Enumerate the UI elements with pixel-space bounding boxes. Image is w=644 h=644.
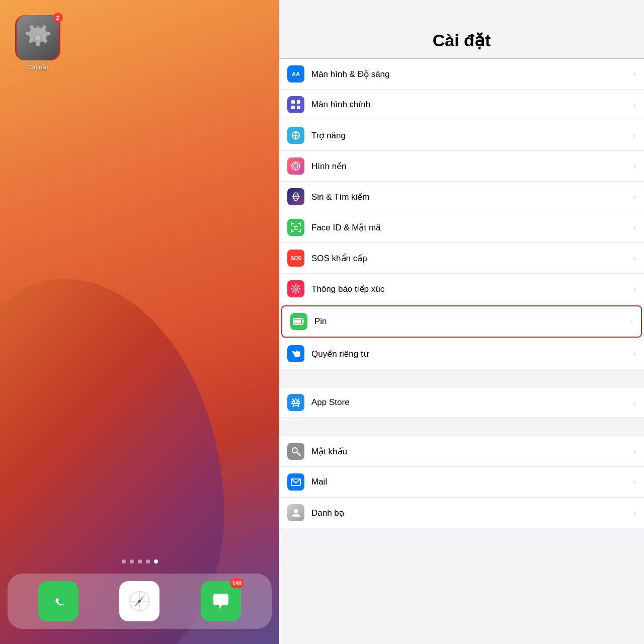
svg-rect-15 — [291, 106, 295, 109]
page-dots — [0, 559, 279, 574]
home-screen-row[interactable]: Màn hình chính › — [279, 90, 644, 120]
passwords-row[interactable]: Mật khẩu › — [279, 436, 644, 467]
accessibility-icon — [287, 127, 304, 144]
svg-rect-16 — [297, 106, 300, 109]
wallpaper-label: Hình nền — [311, 161, 629, 172]
svg-point-45 — [299, 288, 301, 290]
svg-point-46 — [292, 285, 294, 287]
messages-badge: 140 — [230, 578, 244, 588]
settings-app-icon-wrapper[interactable]: 2 Cài đặt — [10, 15, 65, 71]
faceid-icon — [287, 219, 304, 236]
settings-app-icon[interactable]: 2 — [15, 15, 60, 60]
svg-rect-3 — [46, 589, 71, 614]
svg-point-37 — [294, 226, 295, 227]
settings-gear-svg — [23, 23, 53, 53]
exposure-chevron: › — [633, 285, 636, 293]
sos-label: SOS khẩn cấp — [311, 253, 629, 264]
settings-group-3: Mật khẩu › Mail › — [279, 436, 644, 528]
privacy-row[interactable]: Quyền riêng tư › — [279, 339, 644, 369]
appstore-row[interactable]: App Store › — [279, 387, 644, 418]
wallpaper-chevron: › — [633, 162, 636, 170]
svg-point-41 — [295, 288, 297, 290]
sos-chevron: › — [633, 254, 636, 262]
siri-chevron: › — [633, 193, 636, 201]
accessibility-svg — [290, 130, 301, 141]
settings-group-1: AA Màn hình & Độ sáng › Màn hình chính › — [279, 58, 644, 369]
exposure-icon — [287, 280, 304, 297]
settings-title: Cài đặt — [289, 30, 634, 50]
contacts-icon — [287, 504, 304, 521]
contacts-svg — [290, 507, 301, 518]
display-row[interactable]: AA Màn hình & Độ sáng › — [279, 59, 644, 90]
privacy-svg — [290, 348, 301, 359]
battery-chevron: › — [630, 317, 633, 326]
safari-svg — [127, 589, 152, 614]
accessibility-row[interactable]: Trợ năng › — [279, 120, 644, 151]
settings-list: AA Màn hình & Độ sáng › Màn hình chính › — [279, 58, 644, 644]
home-screen: 2 Cài đặt — [0, 0, 279, 644]
svg-rect-51 — [303, 320, 304, 323]
appstore-chevron: › — [633, 398, 636, 407]
settings-header: Cài đặt — [279, 0, 644, 58]
appstore-label: App Store — [311, 397, 629, 408]
sos-text: SOS — [290, 255, 301, 261]
settings-app-label: Cài đặt — [10, 63, 65, 71]
dot-4 — [146, 559, 150, 564]
wallpaper-icon — [287, 157, 304, 175]
passwords-label: Mật khẩu — [311, 446, 629, 457]
safari-dock-icon[interactable] — [119, 581, 159, 621]
svg-point-42 — [295, 284, 297, 286]
messages-dock-icon[interactable]: 140 — [201, 581, 241, 621]
settings-icon-bg — [17, 15, 59, 60]
svg-point-48 — [292, 291, 294, 292]
battery-label: Pin — [314, 316, 626, 327]
svg-point-44 — [291, 288, 293, 290]
section-gap-2 — [279, 418, 644, 436]
settings-panel: Cài đặt AA Màn hình & Độ sáng › — [279, 0, 644, 644]
dot-1 — [122, 559, 126, 564]
privacy-chevron: › — [633, 350, 636, 358]
display-chevron: › — [633, 70, 636, 78]
home-screen-icon — [287, 96, 304, 113]
siri-svg — [290, 191, 301, 202]
wallpaper-svg — [290, 160, 301, 172]
passwords-icon — [287, 443, 304, 460]
exposure-row[interactable]: Thông báo tiếp xúc › — [279, 274, 644, 304]
mail-label: Mail — [311, 477, 629, 487]
key-svg — [290, 446, 301, 457]
sos-row[interactable]: SOS SOS khẩn cấp › — [279, 243, 644, 274]
home-screen-chevron: › — [633, 101, 636, 109]
aa-text: AA — [292, 71, 300, 77]
messages-svg — [208, 589, 233, 614]
dock: 140 — [8, 574, 272, 629]
wallpaper-row[interactable]: Hình nền › — [279, 151, 644, 182]
faceid-row[interactable]: Face ID & Mật mã › — [279, 212, 644, 243]
mail-svg — [290, 476, 301, 488]
settings-group-2: App Store › — [279, 387, 644, 418]
dot-2 — [130, 559, 134, 564]
accessibility-label: Trợ năng — [311, 130, 629, 141]
contacts-label: Danh bạ — [311, 508, 629, 518]
mail-row[interactable]: Mail › — [279, 467, 644, 498]
accessibility-chevron: › — [633, 131, 636, 139]
display-icon: AA — [287, 65, 304, 83]
app-grid: 2 Cài đặt — [0, 0, 279, 559]
contacts-row[interactable]: Danh bạ › — [279, 498, 644, 528]
dot-3 — [138, 559, 142, 564]
siri-row[interactable]: Siri & Tìm kiếm › — [279, 182, 644, 212]
svg-point-47 — [298, 285, 299, 287]
battery-row[interactable]: Pin › — [281, 305, 642, 338]
home-screen-label: Màn hình chính — [311, 100, 629, 110]
section-gap-1 — [279, 369, 644, 387]
faceid-svg — [290, 222, 301, 233]
svg-point-49 — [298, 291, 299, 292]
faceid-label: Face ID & Mật mã — [311, 222, 629, 233]
phone-dock-icon[interactable] — [38, 581, 78, 621]
appstore-svg — [290, 397, 301, 408]
sos-icon: SOS — [287, 250, 304, 267]
contacts-chevron: › — [633, 509, 636, 517]
svg-point-43 — [295, 292, 297, 294]
svg-rect-52 — [294, 319, 301, 324]
privacy-label: Quyền riêng tư — [311, 349, 629, 359]
appstore-icon — [287, 394, 304, 411]
